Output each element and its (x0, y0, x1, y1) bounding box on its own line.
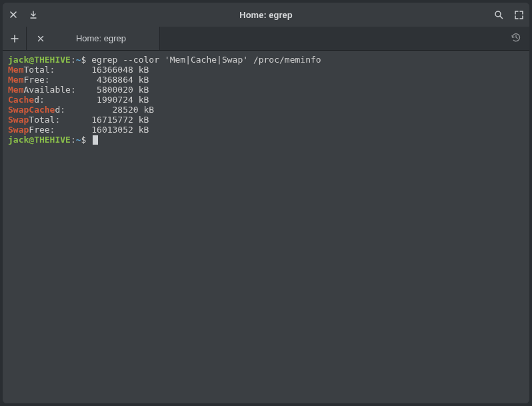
output-line: SwapTotal: 16715772 kB (8, 115, 524, 125)
close-icon[interactable] (8, 9, 19, 20)
prompt-line: jack@THEHIVE:~$ (8, 135, 524, 145)
output-line: Cached: 1990724 kB (8, 95, 524, 105)
command-text: egrep --color 'Mem|Cache|Swap' /proc/mem… (91, 55, 321, 65)
prompt-path: ~ (76, 55, 81, 65)
terminal-area[interactable]: jack@THEHIVE:~$ egrep --color 'Mem|Cache… (3, 51, 529, 403)
tab-bar: Home: egrep (3, 27, 529, 51)
prompt-user: jack (8, 55, 29, 65)
search-icon[interactable] (493, 9, 504, 20)
new-tab-button[interactable] (3, 27, 27, 50)
fullscreen-icon[interactable] (513, 9, 524, 20)
output-line: SwapFree: 16013052 kB (8, 125, 524, 135)
terminal-window: Home: egrep Home: egrep jack@THEHIVE:~$ … (3, 3, 529, 403)
minimize-icon[interactable] (28, 9, 39, 20)
output-line: MemTotal: 16366048 kB (8, 65, 524, 75)
titlebar: Home: egrep (3, 3, 529, 27)
tab-home-egrep[interactable]: Home: egrep (27, 27, 160, 50)
window-title: Home: egrep (239, 10, 292, 20)
prompt-line: jack@THEHIVE:~$ egrep --color 'Mem|Cache… (8, 55, 524, 65)
output-line: MemAvailable: 5800020 kB (8, 85, 524, 95)
tab-close-icon[interactable] (36, 35, 45, 42)
cursor (93, 135, 98, 145)
output-line: SwapCached: 28520 kB (8, 105, 524, 115)
tab-label: Home: egrep (52, 33, 150, 43)
prompt-host: THEHIVE (34, 55, 71, 65)
history-icon[interactable] (511, 32, 521, 45)
output-line: MemFree: 4368864 kB (8, 75, 524, 85)
